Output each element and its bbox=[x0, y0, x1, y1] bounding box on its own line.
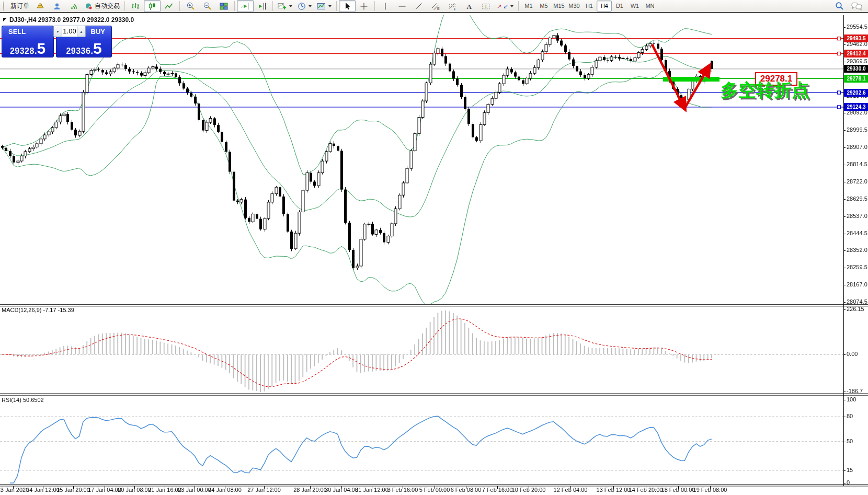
toolbar-separator bbox=[179, 1, 180, 11]
y-axis-tick: 28629.5 bbox=[847, 195, 867, 202]
search-icon[interactable] bbox=[835, 2, 844, 10]
y-axis-tick: 29369.5 bbox=[847, 58, 867, 64]
templates-button[interactable] bbox=[314, 0, 334, 12]
timeframe-m30[interactable]: M30 bbox=[566, 1, 581, 11]
line-chart-button[interactable] bbox=[161, 0, 177, 12]
x-axis-label: 7 Feb 16:00 bbox=[482, 487, 513, 493]
sell-button[interactable]: SELL 29328.5 bbox=[2, 26, 54, 57]
y-axis-tick: 28074.5 bbox=[847, 298, 867, 305]
x-axis-label: 18 Feb 00:00 bbox=[661, 487, 695, 493]
level-price-tag: 29124.3 bbox=[844, 103, 868, 111]
trendline-tool-button[interactable] bbox=[410, 0, 427, 12]
candlestick-chart-button[interactable] bbox=[144, 0, 161, 12]
cursor-tool-button[interactable] bbox=[339, 0, 356, 12]
timeframe-m1[interactable]: M1 bbox=[521, 1, 536, 11]
rsi-axis-tick: 50 bbox=[847, 438, 853, 444]
level-price-tag: 29202.6 bbox=[844, 89, 868, 97]
arrows-tool-button[interactable]: ↗ ↙ bbox=[494, 0, 516, 12]
turning-point-annotation[interactable]: 多空转折点 bbox=[721, 78, 809, 102]
level-price-tag: 29278.1 bbox=[844, 75, 868, 83]
up-arrow-line bbox=[685, 66, 709, 108]
fibonacci-tool-button[interactable]: F bbox=[444, 0, 461, 12]
sell-price-frac: 5 bbox=[37, 41, 45, 56]
x-axis-label: 14 Feb 20:00 bbox=[629, 487, 663, 493]
toolbar-separator bbox=[336, 1, 337, 11]
arrow-down-icon: ↙ bbox=[503, 4, 508, 9]
indicators-button[interactable] bbox=[275, 0, 295, 12]
x-axis-label: 10 Feb 20:00 bbox=[512, 487, 546, 493]
community-icon[interactable] bbox=[49, 0, 65, 12]
rsi-axis-tick: 80 bbox=[847, 413, 853, 419]
buy-price: 29336.5 bbox=[56, 41, 112, 56]
y-axis-tick: 28999.5 bbox=[847, 126, 867, 133]
new-order-button[interactable]: 新订单 bbox=[8, 0, 32, 12]
y-axis-tick: 28907.0 bbox=[847, 144, 867, 150]
crosshair-tool-button[interactable] bbox=[356, 0, 372, 12]
signals-icon[interactable] bbox=[65, 0, 82, 12]
auto-scroll-button[interactable] bbox=[237, 0, 254, 12]
trend-arrows[interactable] bbox=[643, 39, 719, 118]
autotrading-button[interactable]: 自动交易 bbox=[82, 0, 122, 12]
equidistant-channel-tool-button[interactable]: E bbox=[427, 0, 444, 12]
volume-value: 1.00 bbox=[62, 26, 77, 37]
toolbar-grip bbox=[3, 2, 6, 11]
x-axis-label: 28 Jan 20:00 bbox=[293, 487, 327, 493]
toolbar-separator bbox=[124, 1, 125, 11]
toolbar-separator bbox=[272, 1, 273, 11]
macd-axis-tick: 226.15 bbox=[847, 306, 864, 312]
zoom-out-button[interactable] bbox=[199, 0, 215, 12]
timeframe-m5[interactable]: M5 bbox=[536, 1, 551, 11]
dropdown-arrow-icon bbox=[510, 5, 513, 7]
one-click-trading-panel: SELL 29328.5 BUY 29336.5 ▼ 1.00 ▲ bbox=[2, 26, 112, 57]
macd-axis-tick: -186.7 bbox=[847, 388, 863, 394]
down-arrow-line bbox=[652, 44, 684, 108]
x-axis-label: 30 Jan 04:00 bbox=[325, 487, 358, 493]
buy-price-frac: 5 bbox=[93, 41, 102, 56]
tile-windows-button[interactable] bbox=[215, 0, 232, 12]
arrow-up-icon: ↗ bbox=[497, 4, 501, 9]
timeframe-mn[interactable]: MN bbox=[642, 1, 657, 11]
chat-icon[interactable] bbox=[851, 2, 863, 10]
y-axis-tick: 28259.5 bbox=[847, 264, 867, 270]
y-axis-tick: 28537.0 bbox=[847, 213, 867, 219]
svg-text:A: A bbox=[467, 2, 472, 10]
dropdown-arrow-icon bbox=[309, 5, 312, 7]
x-axis-label: 24 Jan 08:00 bbox=[208, 487, 242, 493]
text-label-tool-button[interactable]: T bbox=[477, 0, 494, 12]
timeframe-w1[interactable]: W1 bbox=[627, 1, 642, 11]
toolbar-right-group bbox=[835, 2, 863, 10]
text-tool-button[interactable]: A bbox=[461, 0, 477, 12]
autotrading-label: 自动交易 bbox=[95, 2, 120, 10]
timeframe-h4[interactable]: H4 bbox=[597, 1, 612, 11]
new-order-label: 新订单 bbox=[10, 2, 29, 10]
y-axis-tick: 28814.5 bbox=[847, 161, 867, 167]
timeframe-group: M1M5M15M30H1H4D1W1MN bbox=[521, 1, 657, 11]
y-axis-tick: 28352.0 bbox=[847, 247, 867, 253]
svg-text:F: F bbox=[454, 7, 456, 10]
vertical-line-tool-button[interactable] bbox=[377, 0, 394, 12]
volume-increase-button[interactable]: ▲ bbox=[77, 26, 85, 37]
sell-label: SELL bbox=[8, 28, 26, 36]
volume-decrease-button[interactable]: ▼ bbox=[54, 26, 62, 37]
current-price-tag: 29330.0 bbox=[844, 65, 868, 73]
rsi-axis-tick: 15 bbox=[847, 467, 853, 473]
periods-button[interactable] bbox=[295, 0, 314, 12]
dropdown-arrow-icon bbox=[328, 5, 332, 7]
deposit-icon[interactable] bbox=[32, 0, 49, 12]
bar-chart-button[interactable] bbox=[127, 0, 144, 12]
timeframe-h1[interactable]: H1 bbox=[581, 1, 597, 11]
y-axis-tick: 28444.5 bbox=[847, 230, 867, 236]
x-axis-label: 27 Jan 12:00 bbox=[247, 487, 281, 493]
x-axis-label: 13 Feb 12:00 bbox=[597, 487, 631, 493]
zoom-in-button[interactable] bbox=[182, 0, 199, 12]
timeframe-d1[interactable]: D1 bbox=[612, 1, 627, 11]
chart-corner-icon bbox=[3, 18, 7, 21]
sell-price-main: 29328 bbox=[10, 47, 35, 56]
x-axis-label: 6 Feb 08:00 bbox=[451, 487, 482, 493]
horizontal-line-tool-button[interactable] bbox=[394, 0, 410, 12]
x-axis-label: 5 Feb 00:00 bbox=[419, 487, 450, 493]
timeframe-m15[interactable]: M15 bbox=[551, 1, 566, 11]
volume-stepper[interactable]: ▼ 1.00 ▲ bbox=[53, 26, 86, 37]
level-price-tag: 29412.4 bbox=[844, 50, 868, 57]
chart-shift-button[interactable] bbox=[254, 0, 270, 12]
